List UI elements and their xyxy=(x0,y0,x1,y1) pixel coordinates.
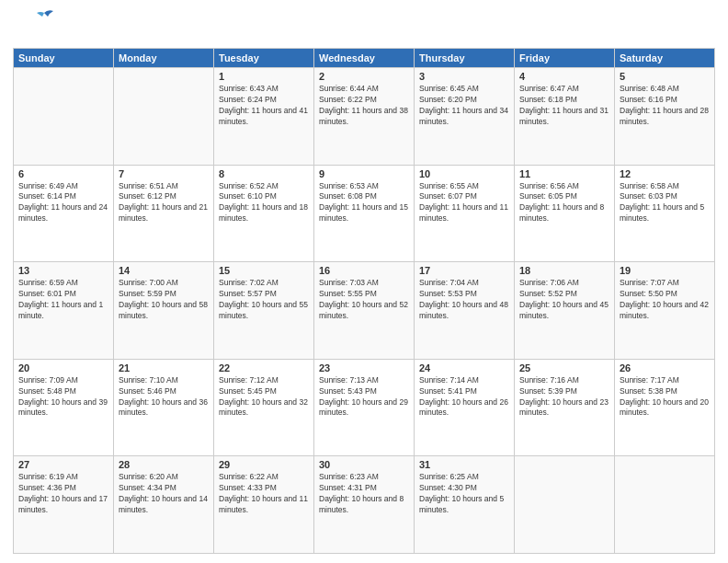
day-cell-3-5: 17Sunrise: 7:04 AMSunset: 5:53 PMDayligh… xyxy=(415,262,515,360)
day-number: 29 xyxy=(219,459,309,470)
day-number: 15 xyxy=(219,265,309,276)
day-info: Sunrise: 7:16 AMSunset: 5:39 PMDaylight:… xyxy=(519,375,609,419)
header xyxy=(13,9,715,42)
day-info: Sunrise: 6:43 AMSunset: 6:24 PMDaylight:… xyxy=(219,84,309,128)
day-cell-5-5: 31Sunrise: 6:25 AMSunset: 4:30 PMDayligh… xyxy=(415,456,515,554)
day-info: Sunrise: 7:03 AMSunset: 5:55 PMDaylight:… xyxy=(319,278,409,322)
day-cell-1-7: 5Sunrise: 6:48 AMSunset: 6:16 PMDaylight… xyxy=(615,68,715,166)
day-number: 23 xyxy=(319,362,409,373)
day-cell-3-7: 19Sunrise: 7:07 AMSunset: 5:50 PMDayligh… xyxy=(615,262,715,360)
header-day-monday: Monday xyxy=(114,49,214,68)
header-day-saturday: Saturday xyxy=(615,49,715,68)
week-row-1: 1Sunrise: 6:43 AMSunset: 6:24 PMDaylight… xyxy=(14,68,715,166)
day-number: 18 xyxy=(519,265,609,276)
week-row-3: 13Sunrise: 6:59 AMSunset: 6:01 PMDayligh… xyxy=(14,262,715,360)
day-cell-5-1: 27Sunrise: 6:19 AMSunset: 4:36 PMDayligh… xyxy=(14,456,114,554)
day-number: 1 xyxy=(219,71,309,82)
day-cell-4-2: 21Sunrise: 7:10 AMSunset: 5:46 PMDayligh… xyxy=(114,359,214,456)
day-info: Sunrise: 6:47 AMSunset: 6:18 PMDaylight:… xyxy=(519,84,609,128)
day-cell-4-4: 23Sunrise: 7:13 AMSunset: 5:43 PMDayligh… xyxy=(314,359,415,456)
day-number: 17 xyxy=(419,265,509,276)
day-cell-1-4: 2Sunrise: 6:44 AMSunset: 6:22 PMDaylight… xyxy=(314,68,415,166)
day-number: 21 xyxy=(119,362,209,373)
day-info: Sunrise: 7:14 AMSunset: 5:41 PMDaylight:… xyxy=(419,375,509,419)
day-cell-2-5: 10Sunrise: 6:55 AMSunset: 6:07 PMDayligh… xyxy=(415,165,515,262)
day-number: 3 xyxy=(419,71,509,82)
day-info: Sunrise: 6:48 AMSunset: 6:16 PMDaylight:… xyxy=(620,84,710,128)
day-number: 14 xyxy=(119,265,209,276)
day-cell-4-3: 22Sunrise: 7:12 AMSunset: 5:45 PMDayligh… xyxy=(214,359,314,456)
day-info: Sunrise: 7:10 AMSunset: 5:46 PMDaylight:… xyxy=(119,375,209,419)
day-number: 11 xyxy=(519,168,609,179)
day-number: 12 xyxy=(620,168,710,179)
day-cell-5-2: 28Sunrise: 6:20 AMSunset: 4:34 PMDayligh… xyxy=(114,456,214,554)
day-number: 8 xyxy=(219,168,309,179)
day-number: 22 xyxy=(219,362,309,373)
day-number: 5 xyxy=(620,71,710,82)
day-cell-2-2: 7Sunrise: 6:51 AMSunset: 6:12 PMDaylight… xyxy=(114,165,214,262)
week-row-2: 6Sunrise: 6:49 AMSunset: 6:14 PMDaylight… xyxy=(14,165,715,262)
header-day-sunday: Sunday xyxy=(14,49,114,68)
day-cell-2-6: 11Sunrise: 6:56 AMSunset: 6:05 PMDayligh… xyxy=(515,165,615,262)
day-info: Sunrise: 6:52 AMSunset: 6:10 PMDaylight:… xyxy=(219,181,309,225)
day-info: Sunrise: 6:55 AMSunset: 6:07 PMDaylight:… xyxy=(419,181,509,225)
day-number: 24 xyxy=(419,362,509,373)
day-info: Sunrise: 6:19 AMSunset: 4:36 PMDaylight:… xyxy=(18,472,108,516)
day-info: Sunrise: 6:22 AMSunset: 4:33 PMDaylight:… xyxy=(219,472,309,516)
day-number: 10 xyxy=(419,168,509,179)
logo xyxy=(13,9,55,42)
day-info: Sunrise: 7:07 AMSunset: 5:50 PMDaylight:… xyxy=(620,278,710,322)
day-number: 31 xyxy=(419,459,509,470)
day-info: Sunrise: 6:56 AMSunset: 6:05 PMDaylight:… xyxy=(519,181,609,225)
day-number: 7 xyxy=(119,168,209,179)
day-number: 19 xyxy=(620,265,710,276)
day-info: Sunrise: 6:20 AMSunset: 4:34 PMDaylight:… xyxy=(119,472,209,516)
day-number: 16 xyxy=(319,265,409,276)
day-info: Sunrise: 6:51 AMSunset: 6:12 PMDaylight:… xyxy=(119,181,209,225)
day-number: 4 xyxy=(519,71,609,82)
day-info: Sunrise: 7:13 AMSunset: 5:43 PMDaylight:… xyxy=(319,375,409,419)
day-number: 6 xyxy=(18,168,108,179)
day-number: 20 xyxy=(18,362,108,373)
day-info: Sunrise: 6:44 AMSunset: 6:22 PMDaylight:… xyxy=(319,84,409,128)
day-cell-4-1: 20Sunrise: 7:09 AMSunset: 5:48 PMDayligh… xyxy=(14,359,114,456)
day-number: 30 xyxy=(319,459,409,470)
day-cell-1-2 xyxy=(114,68,214,166)
bird-icon xyxy=(35,9,53,24)
day-number: 27 xyxy=(18,459,108,470)
header-day-thursday: Thursday xyxy=(415,49,515,68)
calendar-table: SundayMondayTuesdayWednesdayThursdayFrid… xyxy=(13,48,715,554)
day-cell-1-1 xyxy=(14,68,114,166)
day-cell-2-3: 8Sunrise: 6:52 AMSunset: 6:10 PMDaylight… xyxy=(214,165,314,262)
day-cell-3-2: 14Sunrise: 7:00 AMSunset: 5:59 PMDayligh… xyxy=(114,262,214,360)
day-cell-2-1: 6Sunrise: 6:49 AMSunset: 6:14 PMDaylight… xyxy=(14,165,114,262)
day-number: 28 xyxy=(119,459,209,470)
day-info: Sunrise: 6:45 AMSunset: 6:20 PMDaylight:… xyxy=(419,84,509,128)
day-number: 2 xyxy=(319,71,409,82)
header-day-wednesday: Wednesday xyxy=(314,49,415,68)
day-info: Sunrise: 6:59 AMSunset: 6:01 PMDaylight:… xyxy=(18,278,108,322)
day-info: Sunrise: 7:04 AMSunset: 5:53 PMDaylight:… xyxy=(419,278,509,322)
day-cell-2-7: 12Sunrise: 6:58 AMSunset: 6:03 PMDayligh… xyxy=(615,165,715,262)
header-row: SundayMondayTuesdayWednesdayThursdayFrid… xyxy=(14,49,715,68)
day-cell-1-3: 1Sunrise: 6:43 AMSunset: 6:24 PMDaylight… xyxy=(214,68,314,166)
day-cell-3-6: 18Sunrise: 7:06 AMSunset: 5:52 PMDayligh… xyxy=(515,262,615,360)
day-info: Sunrise: 7:06 AMSunset: 5:52 PMDaylight:… xyxy=(519,278,609,322)
day-number: 26 xyxy=(620,362,710,373)
week-row-5: 27Sunrise: 6:19 AMSunset: 4:36 PMDayligh… xyxy=(14,456,715,554)
day-info: Sunrise: 6:25 AMSunset: 4:30 PMDaylight:… xyxy=(419,472,509,516)
day-cell-2-4: 9Sunrise: 6:53 AMSunset: 6:08 PMDaylight… xyxy=(314,165,415,262)
day-cell-4-6: 25Sunrise: 7:16 AMSunset: 5:39 PMDayligh… xyxy=(515,359,615,456)
day-number: 13 xyxy=(18,265,108,276)
day-number: 25 xyxy=(519,362,609,373)
day-cell-3-1: 13Sunrise: 6:59 AMSunset: 6:01 PMDayligh… xyxy=(14,262,114,360)
day-info: Sunrise: 6:49 AMSunset: 6:14 PMDaylight:… xyxy=(18,181,108,225)
day-cell-4-7: 26Sunrise: 7:17 AMSunset: 5:38 PMDayligh… xyxy=(615,359,715,456)
day-cell-5-7 xyxy=(615,456,715,554)
day-info: Sunrise: 7:12 AMSunset: 5:45 PMDaylight:… xyxy=(219,375,309,419)
page: SundayMondayTuesdayWednesdayThursdayFrid… xyxy=(0,0,728,563)
day-info: Sunrise: 7:00 AMSunset: 5:59 PMDaylight:… xyxy=(119,278,209,322)
day-info: Sunrise: 7:17 AMSunset: 5:38 PMDaylight:… xyxy=(620,375,710,419)
week-row-4: 20Sunrise: 7:09 AMSunset: 5:48 PMDayligh… xyxy=(14,359,715,456)
day-cell-5-6 xyxy=(515,456,615,554)
